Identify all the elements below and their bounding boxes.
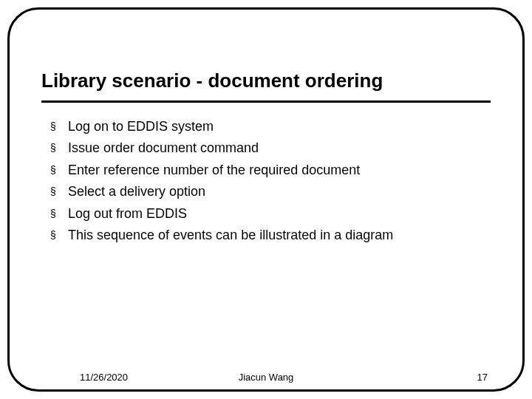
list-item: § Log on to EDDIS system [50, 118, 479, 135]
bullet-icon: § [50, 227, 68, 242]
list-item: § Issue order document command [50, 140, 479, 157]
list-item: § This sequence of events can be illustr… [50, 227, 479, 244]
list-item: § Log out from EDDIS [50, 205, 479, 222]
bullet-list: § Log on to EDDIS system § Issue order d… [50, 118, 479, 248]
bullet-icon: § [50, 118, 68, 133]
footer-page: 17 [477, 372, 488, 383]
bullet-text: Issue order document command [68, 140, 479, 157]
bullet-icon: § [50, 140, 68, 154]
bullet-text: Log on to EDDIS system [68, 118, 479, 135]
bullet-text: Enter reference number of the required d… [68, 162, 479, 179]
list-item: § Select a delivery option [50, 183, 479, 200]
bullet-text: This sequence of events can be illustrat… [68, 227, 479, 244]
bullet-icon: § [50, 183, 68, 198]
footer-author: Jiacun Wang [0, 372, 532, 383]
bullet-icon: § [50, 205, 68, 220]
bullet-icon: § [50, 162, 68, 177]
bullet-text: Log out from EDDIS [68, 205, 479, 222]
bullet-text: Select a delivery option [68, 183, 479, 200]
title-rule [41, 100, 491, 103]
list-item: § Enter reference number of the required… [50, 162, 479, 179]
slide-title: Library scenario - document ordering [41, 69, 491, 92]
slide: Library scenario - document ordering § L… [0, 0, 532, 399]
